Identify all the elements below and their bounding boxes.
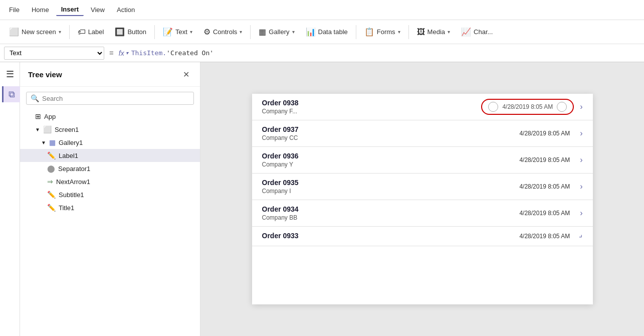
- tree-header: Tree view ✕: [20, 62, 200, 87]
- text-button[interactable]: 📝 Text ▾: [158, 25, 197, 39]
- screen-icon: ⬜: [43, 125, 52, 133]
- controls-chevron: ▾: [240, 29, 242, 35]
- gallery-button[interactable]: ▦ Gallery ▾: [254, 25, 299, 39]
- formula-value: 'Created On': [166, 49, 213, 57]
- tree-item-screen1[interactable]: ▼ ⬜ Screen1: [20, 123, 200, 136]
- tree-item-label: App: [44, 113, 56, 120]
- tree-item-label: Label1: [59, 152, 78, 159]
- button-button[interactable]: 🔲 Button: [110, 25, 151, 39]
- gallery-row-0935[interactable]: Order 0935 Company I 4/28/2019 8:05 AM ›: [252, 174, 593, 200]
- separator-tree-icon: ⬤: [47, 164, 55, 173]
- row-date-0935: 4/28/2019 8:05 AM: [519, 183, 570, 190]
- label-button[interactable]: 🏷 Label: [73, 25, 109, 39]
- row-subtitle-0938: Company F...: [262, 108, 476, 115]
- tree-item-label: Subtitle1: [59, 191, 84, 199]
- charts-button[interactable]: 📈 Char...: [456, 25, 498, 39]
- tree-item-label1[interactable]: ✏️ Label1: [20, 149, 200, 162]
- fx-button[interactable]: fx ▾: [119, 49, 128, 57]
- rating-circle-2[interactable]: [557, 102, 567, 112]
- separator1: [69, 25, 70, 39]
- new-screen-button[interactable]: ⬜ New screen ▾: [4, 25, 66, 39]
- row-arrow-0937: ›: [580, 129, 582, 138]
- formula-bar: Text = fx ▾ ThisItem.'Created On': [0, 44, 644, 62]
- row-arrow-0938: ›: [580, 102, 582, 111]
- row-content-0935: Order 0935 Company I: [262, 179, 510, 195]
- gallery-row-0933[interactable]: Order 0933 4/28/2019 8:05 AM ›: [252, 227, 593, 246]
- tree-item-separator1[interactable]: ⬤ Separator1: [20, 162, 200, 175]
- forms-icon: 📋: [364, 27, 374, 37]
- gallery-row-0937[interactable]: Order 0937 Company CC 4/28/2019 8:05 AM …: [252, 120, 593, 147]
- tree-item-title1[interactable]: ✏️ Title1: [20, 201, 200, 214]
- row-content-0937: Order 0937 Company CC: [262, 125, 510, 141]
- row-content-0934: Order 0934 Company BB: [262, 205, 510, 221]
- button-icon: 🔲: [115, 27, 125, 37]
- tree-item-subtitle1[interactable]: ✏️ Subtitle1: [20, 188, 200, 201]
- row-title-0933: Order 0933: [262, 232, 510, 240]
- row-date-0937: 4/28/2019 8:05 AM: [519, 130, 570, 137]
- sidebar-hamburger-button[interactable]: ☰: [2, 66, 18, 82]
- collapse-chevron-gallery1: ▼: [41, 140, 46, 145]
- tree-item-label: NextArrow1: [56, 178, 90, 186]
- text-icon: 📝: [163, 27, 173, 37]
- data-table-icon: 📊: [306, 27, 316, 37]
- toolbar: ⬜ New screen ▾ 🏷 Label 🔲 Button 📝 Text ▾…: [0, 20, 644, 44]
- new-screen-chevron: ▾: [59, 29, 61, 35]
- menu-bar: File Home Insert View Action: [0, 0, 644, 20]
- tree-item-gallery1[interactable]: ▼ ▦ Gallery1: [20, 136, 200, 149]
- row-subtitle-0935: Company I: [262, 188, 510, 195]
- row-title-0934: Order 0934: [262, 205, 510, 213]
- search-input[interactable]: [42, 95, 189, 102]
- row-arrow-0934: ›: [580, 209, 582, 218]
- tree-item-nextarrow1[interactable]: ⇒ NextArrow1: [20, 175, 200, 188]
- gallery-row-0934[interactable]: Order 0934 Company BB 4/28/2019 8:05 AM …: [252, 200, 593, 227]
- gallery-row-0938[interactable]: Order 0938 Company F... 4/28/2019 8:05 A…: [252, 94, 593, 120]
- formula-keyword: ThisItem.: [131, 49, 166, 57]
- new-screen-icon: ⬜: [9, 27, 19, 37]
- row-arrow-0935: ›: [580, 182, 582, 191]
- collapse-chevron-screen1: ▼: [35, 127, 40, 132]
- row-date-0933: 4/28/2019 8:05 AM: [519, 233, 570, 240]
- gallery-row-0936[interactable]: Order 0936 Company Y 4/28/2019 8:05 AM ›: [252, 147, 593, 174]
- app-icon: ⊞: [35, 112, 41, 120]
- row-arrow-0933: ›: [577, 232, 585, 240]
- controls-icon: ⚙: [203, 27, 210, 37]
- menu-insert[interactable]: Insert: [56, 4, 84, 16]
- data-table-button[interactable]: 📊 Data table: [301, 25, 353, 39]
- tree-item-app[interactable]: ⊞ App: [20, 110, 200, 123]
- rating-widget[interactable]: 4/28/2019 8:05 AM: [481, 99, 574, 115]
- menu-home[interactable]: Home: [27, 4, 54, 16]
- row-date-0936: 4/28/2019 8:05 AM: [519, 156, 570, 163]
- row-title-0936: Order 0936: [262, 152, 510, 160]
- gallery-icon: ▦: [259, 27, 266, 37]
- rating-date-text: 4/28/2019 8:05 AM: [502, 103, 553, 110]
- tree-item-label: Title1: [59, 204, 74, 212]
- row-arrow-0936: ›: [580, 155, 582, 164]
- menu-view[interactable]: View: [86, 4, 110, 16]
- subtitle-tree-icon: ✏️: [47, 191, 56, 199]
- menu-action[interactable]: Action: [112, 4, 140, 16]
- sidebar-layers-button[interactable]: ⧉: [2, 86, 20, 102]
- row-content-0938: Order 0938 Company F...: [262, 99, 476, 115]
- separator2: [154, 25, 155, 39]
- forms-button[interactable]: 📋 Forms ▾: [359, 25, 405, 39]
- tree-title: Tree view: [28, 70, 62, 79]
- gallery-tree-icon: ▦: [49, 138, 56, 146]
- row-title-0935: Order 0935: [262, 179, 510, 187]
- rating-control[interactable]: 4/28/2019 8:05 AM: [481, 99, 574, 115]
- forms-chevron: ▾: [398, 29, 400, 35]
- tree-search-container[interactable]: 🔍: [26, 92, 194, 105]
- controls-button[interactable]: ⚙ Controls ▾: [198, 25, 247, 39]
- menu-file[interactable]: File: [4, 4, 25, 16]
- row-subtitle-0937: Company CC: [262, 134, 510, 141]
- row-content-0933: Order 0933: [262, 232, 510, 241]
- media-button[interactable]: 🖼 Media ▾: [412, 25, 455, 39]
- media-icon: 🖼: [417, 28, 425, 37]
- label-icon: 🏷: [78, 28, 86, 37]
- main-layout: ☰ ⧉ Tree view ✕ 🔍 ⊞ App ▼ ⬜ Screen1: [0, 62, 644, 336]
- text-chevron: ▾: [190, 29, 192, 35]
- tree-close-button[interactable]: ✕: [180, 68, 192, 80]
- property-selector[interactable]: Text: [4, 47, 104, 60]
- rating-circle-1[interactable]: [488, 102, 498, 112]
- label-tree-icon: ✏️: [47, 151, 56, 159]
- app-preview: Order 0938 Company F... 4/28/2019 8:05 A…: [252, 94, 593, 304]
